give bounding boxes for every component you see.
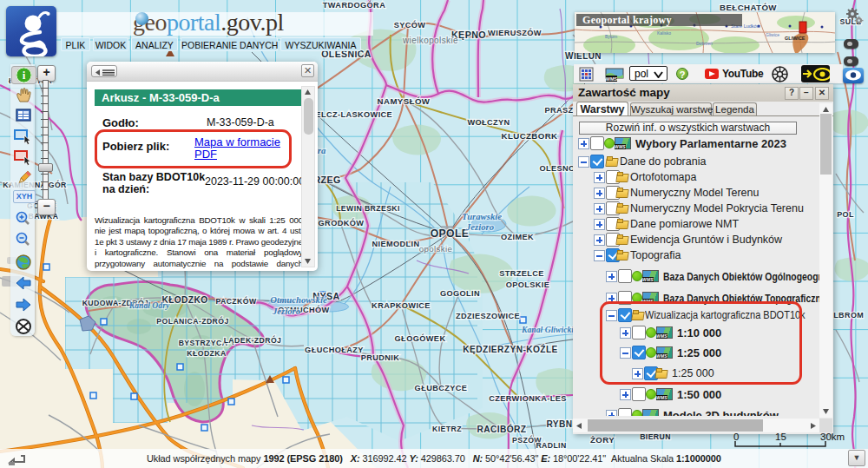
svg-text:Turawskie: Turawskie [462, 211, 502, 221]
svg-text:OPOLSKIE: OPOLSKIE [506, 280, 550, 289]
svg-text:GŁUBCZYCE: GŁUBCZYCE [415, 384, 468, 392]
svg-text:OZIMEK: OZIMEK [501, 233, 534, 241]
svg-text:CZERWIONKA-LES: CZERWIONKA-LES [489, 394, 567, 403]
svg-text:PRUDNIK: PRUDNIK [361, 353, 400, 362]
svg-text:GŁUCHOŁAZY: GŁUCHOŁAZY [305, 346, 364, 354]
svg-text:STRZELCE: STRZELCE [499, 269, 544, 278]
svg-text:GRODKÓW: GRODKÓW [319, 218, 365, 227]
svg-text:GŁOGÓWEK: GŁOGÓWEK [395, 333, 446, 343]
svg-text:KĘDZIERZYN-KOŹLE: KĘDZIERZYN-KOŹLE [463, 344, 557, 354]
svg-text:JELCZ-LASKOWICE: JELCZ-LASKOWICE [311, 110, 392, 119]
svg-text:SYCÓW: SYCÓW [394, 20, 426, 30]
svg-text:opolskie: opolskie [419, 244, 453, 254]
svg-text:KLUCZBORK: KLUCZBORK [502, 131, 558, 141]
svg-text:OLESNO: OLESNO [539, 164, 575, 173]
svg-text:Kanał Odry: Kanał Odry [128, 300, 170, 310]
svg-text:Otmuchowskie: Otmuchowskie [270, 294, 327, 305]
svg-text:KŁODZKA: KŁODZKA [187, 349, 227, 358]
svg-text:WOŁCZYN: WOŁCZYN [467, 118, 510, 127]
svg-text:Jezioro: Jezioro [465, 221, 494, 232]
svg-text:RACIBÓRZ: RACIBÓRZ [477, 424, 527, 434]
svg-text:LEWIN BRZESKI: LEWIN BRZESKI [336, 204, 400, 213]
svg-text:NAMYSŁÓW: NAMYSŁÓW [378, 96, 431, 106]
svg-text:BEŁCHATÓW: BEŁCHATÓW [720, 3, 777, 12]
svg-text:Bytom: Bytom [605, 34, 617, 39]
svg-text:TWARDOGÓRA: TWARDOGÓRA [323, 0, 385, 10]
svg-text:ZDZIESZOWICE: ZDZIESZOWICE [456, 312, 520, 320]
svg-text:PACZKÓW: PACZKÓW [215, 296, 256, 306]
svg-text:BYSTRZYCA: BYSTRZYCA [179, 339, 228, 347]
svg-text:ŻORY: ŻORY [590, 435, 615, 445]
svg-text:Kalisko: Kalisko [657, 30, 671, 36]
svg-text:Jezioro: Jezioro [272, 306, 300, 316]
svg-text:POL: POL [837, 210, 854, 219]
svg-text:Dobrzeń: Dobrzeń [696, 41, 713, 46]
svg-text:Gliwice: Gliwice [766, 32, 779, 37]
svg-text:GLIWICE: GLIWICE [785, 36, 806, 41]
svg-text:POLANICA-ZDRÓJ: POLANICA-ZDRÓJ [156, 316, 228, 326]
svg-text:WMS: WMS [606, 76, 618, 82]
svg-text:i: i [22, 69, 25, 82]
svg-text:LĄDEK-ZDRÓJ: LĄDEK-ZDRÓJ [224, 335, 282, 345]
svg-text:NIEMODLIN: NIEMODLIN [372, 240, 419, 248]
svg-text:wielkopolskie: wielkopolskie [402, 36, 458, 45]
svg-text:GOGOLIN: GOGOLIN [440, 289, 480, 298]
svg-text:WIERUSZÓW: WIERUSZÓW [488, 28, 542, 37]
svg-text:KRAPKOWICE: KRAPKOWICE [372, 301, 431, 310]
svg-text:KIETRZ: KIETRZ [432, 425, 462, 433]
svg-text:Kanał Gliwicki: Kanał Gliwicki [521, 325, 574, 334]
svg-text:OPOLE: OPOLE [431, 227, 470, 240]
